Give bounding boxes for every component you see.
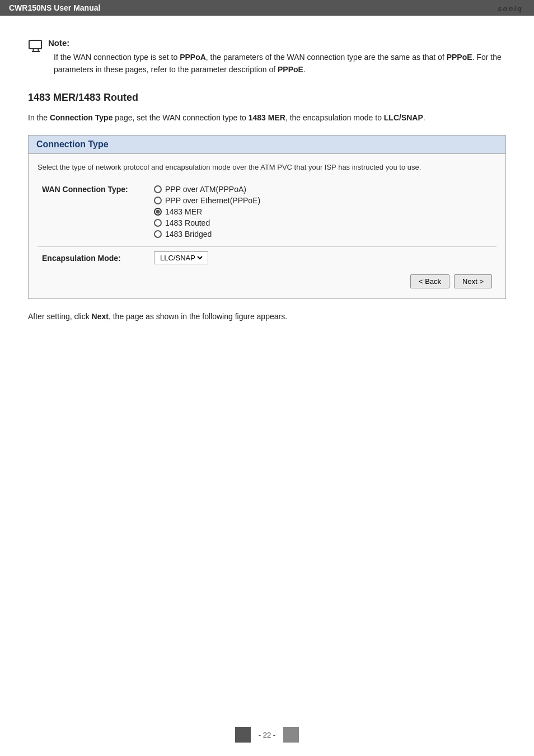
brand-logo: soniq — [498, 4, 523, 13]
page-header: CWR150NS User Manual — [0, 0, 534, 16]
note-label: Note: — [48, 38, 506, 48]
radio-1483mer[interactable]: 1483 MER — [154, 207, 492, 216]
section-intro: In the Connection Type page, set the WAN… — [28, 111, 506, 125]
section-heading: 1483 MER/1483 Routed — [28, 92, 506, 104]
radio-1483routed-circle[interactable] — [154, 219, 162, 227]
footer-block-right — [283, 727, 299, 743]
enc-select-input[interactable]: LLC/SNAP VC/MUX — [158, 253, 204, 263]
radio-pppoe-circle[interactable] — [154, 197, 162, 204]
radio-1483bridged-label: 1483 Bridged — [165, 230, 212, 239]
encapsulation-row: Encapsulation Mode: LLC/SNAP VC/MUX — [38, 246, 496, 269]
connection-type-panel: Connection Type Select the type of netwo… — [28, 135, 506, 300]
note-text: If the WAN connection type is set to PPP… — [48, 51, 506, 76]
radio-1483mer-circle[interactable] — [154, 208, 162, 216]
back-button[interactable]: < Back — [410, 274, 449, 288]
note-container: Note: If the WAN connection type is set … — [28, 38, 506, 76]
note-content: Note: If the WAN connection type is set … — [48, 38, 506, 76]
radio-1483bridged-circle[interactable] — [154, 230, 162, 238]
wan-options: PPP over ATM(PPPoA) PPP over Ethernet(PP… — [149, 183, 496, 241]
radio-1483routed[interactable]: 1483 Routed — [154, 218, 492, 227]
header-title: CWR150NS User Manual — [9, 3, 100, 12]
radio-pppoa-label: PPP over ATM(PPPoA) — [165, 185, 246, 194]
note-icon — [28, 38, 48, 55]
footer-page-number: - 22 - — [251, 731, 283, 739]
radio-pppoa-circle[interactable] — [154, 185, 162, 193]
radio-1483bridged[interactable]: 1483 Bridged — [154, 230, 492, 239]
button-row: < Back Next > — [38, 269, 496, 293]
page-footer: - 22 - — [0, 727, 534, 743]
radio-1483routed-label: 1483 Routed — [165, 218, 210, 227]
wan-table: WAN Connection Type: PPP over ATM(PPPoA)… — [38, 183, 496, 241]
radio-pppoe-label: PPP over Ethernet(PPPoE) — [165, 196, 260, 205]
enc-select-wrapper[interactable]: LLC/SNAP VC/MUX — [154, 251, 208, 264]
enc-label: Encapsulation Mode: — [42, 254, 154, 263]
radio-pppoe[interactable]: PPP over Ethernet(PPPoE) — [154, 196, 492, 205]
panel-description: Select the type of network protocol and … — [38, 162, 496, 173]
footer-block-left — [235, 727, 251, 743]
svg-rect-0 — [29, 40, 41, 49]
radio-pppoa[interactable]: PPP over ATM(PPPoA) — [154, 185, 492, 194]
after-text: After setting, click Next, the page as s… — [28, 310, 506, 324]
radio-1483mer-label: 1483 MER — [165, 207, 202, 216]
wan-label: WAN Connection Type: — [38, 183, 149, 241]
panel-title: Connection Type — [29, 136, 505, 154]
next-button[interactable]: Next > — [454, 274, 492, 288]
